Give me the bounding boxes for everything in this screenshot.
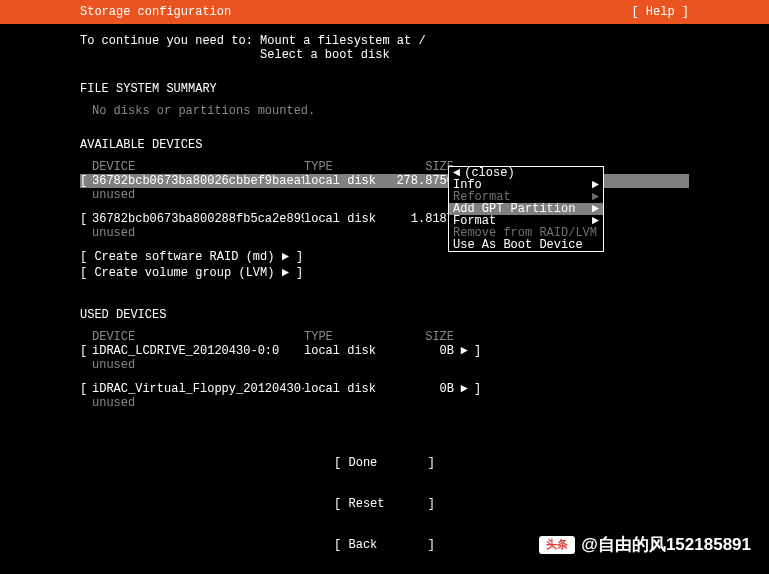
col-type: TYPE — [304, 160, 394, 174]
device-size: 278.875G — [394, 174, 454, 188]
col-device: DEVICE — [92, 330, 304, 344]
watermark-logo: 头条 — [539, 536, 575, 554]
used-device-row[interactable]: [ iDRAC_Virtual_Floppy_20120430-0:1 loca… — [80, 382, 689, 396]
device-name: 36782bcb0673ba800288fb5ca2e89992f — [92, 212, 304, 226]
col-size: SIZE — [394, 330, 454, 344]
page-title: Storage configuration — [80, 5, 231, 19]
main-content: To continue you need to: Mount a filesys… — [0, 24, 769, 410]
expand-icon[interactable]: ► — [454, 344, 474, 358]
popup-item-label: Use As Boot Device — [453, 239, 583, 251]
available-title: AVAILABLE DEVICES — [80, 138, 689, 152]
bracket-open: [ — [80, 174, 92, 188]
col-size: SIZE — [394, 160, 454, 174]
col-device: DEVICE — [92, 160, 304, 174]
device-type: local disk — [304, 382, 394, 396]
watermark-text: @自由的风152185891 — [581, 533, 751, 556]
create-raid-button[interactable]: [ Create software RAID (md) ► ] — [80, 250, 689, 264]
instruction-line-1: To continue you need to: Mount a filesys… — [80, 34, 689, 48]
popup-item-use-as-boot-device[interactable]: Use As Boot Device — [449, 239, 603, 251]
device-type: local disk — [304, 212, 394, 226]
help-button[interactable]: [ Help ] — [631, 5, 689, 19]
expand-icon[interactable]: ► — [454, 382, 474, 396]
done-button[interactable]: [ Done ] — [0, 457, 769, 470]
used-columns: DEVICE TYPE SIZE — [92, 330, 689, 344]
fss-title: FILE SYSTEM SUMMARY — [80, 82, 689, 96]
used-device-row[interactable]: [ iDRAC_LCDRIVE_20120430-0:0 local disk … — [80, 344, 689, 358]
bracket-open: [ — [80, 344, 92, 358]
fss-empty: No disks or partitions mounted. — [92, 104, 689, 118]
reset-button[interactable]: [ Reset ] — [0, 498, 769, 511]
device-type: local disk — [304, 174, 394, 188]
device-name: iDRAC_LCDRIVE_20120430-0:0 — [92, 344, 304, 358]
bracket-close: ] — [474, 344, 486, 358]
create-lvm-button[interactable]: [ Create volume group (LVM) ► ] — [80, 266, 689, 280]
bracket-open: [ — [80, 212, 92, 226]
device-status: unused — [92, 358, 689, 372]
device-name: 36782bcb0673ba80026cbbef9baeaf2b8 — [92, 174, 304, 188]
device-context-menu: ◄ (close) Info►Reformat►Add GPT Partitio… — [448, 166, 604, 252]
device-size: 0B — [394, 344, 454, 358]
device-size: 1.818T — [394, 212, 454, 226]
device-status: unused — [92, 396, 689, 410]
watermark: 头条 @自由的风152185891 — [539, 533, 751, 556]
col-type: TYPE — [304, 330, 394, 344]
used-title: USED DEVICES — [80, 308, 689, 322]
header-bar: Storage configuration [ Help ] — [0, 0, 769, 24]
device-size: 0B — [394, 382, 454, 396]
device-type: local disk — [304, 344, 394, 358]
bracket-open: [ — [80, 382, 92, 396]
device-name: iDRAC_Virtual_Floppy_20120430-0:1 — [92, 382, 304, 396]
instruction-line-2: Select a boot disk — [80, 48, 689, 62]
bracket-close: ] — [474, 382, 486, 396]
